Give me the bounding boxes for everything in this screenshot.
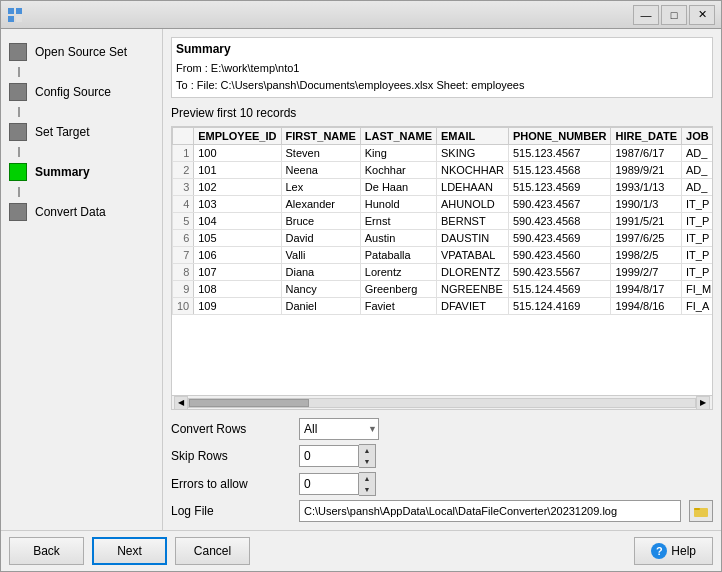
cell-email: NGREENBE: [437, 281, 509, 298]
next-button[interactable]: Next: [92, 537, 167, 565]
folder-icon: [694, 505, 708, 517]
sidebar-item-convert-data[interactable]: Convert Data: [1, 197, 162, 227]
cell-email: DLORENTZ: [437, 264, 509, 281]
cell-email: VPATABAL: [437, 247, 509, 264]
table-row: 10 109 Daniel Faviet DFAVIET 515.124.416…: [173, 298, 713, 315]
summary-icon: [9, 163, 27, 181]
cell-first-name: Lex: [281, 179, 360, 196]
svg-rect-5: [694, 508, 700, 510]
cell-last-name: Pataballa: [360, 247, 436, 264]
sidebar-item-config-source[interactable]: Config Source: [1, 77, 162, 107]
errors-up-btn[interactable]: ▲: [359, 473, 375, 484]
cancel-button[interactable]: Cancel: [175, 537, 250, 565]
col-header-email: EMAIL: [437, 128, 509, 145]
content-area: Open Source Set Config Source Set Target…: [1, 29, 721, 530]
skip-rows-input[interactable]: [299, 445, 359, 467]
row-num: 4: [173, 196, 194, 213]
cell-phone: 590.423.5567: [508, 264, 611, 281]
minimize-button[interactable]: —: [633, 5, 659, 25]
sidebar-item-summary[interactable]: Summary: [1, 157, 162, 187]
cell-emp-id: 109: [194, 298, 281, 315]
cell-hire-date: 1997/6/25: [611, 230, 682, 247]
cell-hire-date: 1989/9/21: [611, 162, 682, 179]
cell-last-name: Greenberg: [360, 281, 436, 298]
sidebar-item-open-source-set[interactable]: Open Source Set: [1, 37, 162, 67]
cell-emp-id: 105: [194, 230, 281, 247]
connector-1: [18, 67, 20, 77]
cell-last-name: Lorentz: [360, 264, 436, 281]
back-button[interactable]: Back: [9, 537, 84, 565]
cell-job: FI_A: [682, 298, 712, 315]
cell-emp-id: 104: [194, 213, 281, 230]
cell-hire-date: 1991/5/21: [611, 213, 682, 230]
bottom-bar: Back Next Cancel ? Help: [1, 530, 721, 571]
errors-spinner: ▲ ▼: [299, 472, 376, 496]
col-header-first-name: FIRST_NAME: [281, 128, 360, 145]
scroll-right-btn[interactable]: ▶: [696, 396, 710, 410]
skip-rows-down-btn[interactable]: ▼: [359, 456, 375, 467]
cell-first-name: Bruce: [281, 213, 360, 230]
help-label: Help: [671, 544, 696, 558]
cell-last-name: De Haan: [360, 179, 436, 196]
cell-last-name: Ernst: [360, 213, 436, 230]
window-controls: — □ ✕: [633, 5, 715, 25]
cell-email: NKOCHHAR: [437, 162, 509, 179]
cell-emp-id: 101: [194, 162, 281, 179]
summary-to: To : File: C:\Users\pansh\Documents\empl…: [176, 77, 708, 94]
summary-box: Summary From : E:\work\temp\nto1 To : Fi…: [171, 37, 713, 98]
errors-down-btn[interactable]: ▼: [359, 484, 375, 495]
cell-phone: 590.423.4567: [508, 196, 611, 213]
row-num: 10: [173, 298, 194, 315]
skip-rows-up-btn[interactable]: ▲: [359, 445, 375, 456]
cell-last-name: Kochhar: [360, 162, 436, 179]
help-button[interactable]: ? Help: [634, 537, 713, 565]
errors-input[interactable]: [299, 473, 359, 495]
log-file-label: Log File: [171, 504, 291, 518]
convert-rows-select-wrapper: All First N Custom ▼: [299, 418, 379, 440]
table-row: 4 103 Alexander Hunold AHUNOLD 590.423.4…: [173, 196, 713, 213]
main-window: — □ ✕ Open Source Set Config Source Set …: [0, 0, 722, 572]
errors-row: Errors to allow ▲ ▼: [171, 472, 713, 496]
h-scrollbar-thumb[interactable]: [189, 399, 309, 407]
connector-2: [18, 107, 20, 117]
horizontal-scrollbar[interactable]: ◀ ▶: [172, 395, 712, 409]
svg-rect-2: [8, 16, 14, 22]
maximize-button[interactable]: □: [661, 5, 687, 25]
cell-hire-date: 1987/6/17: [611, 145, 682, 162]
connector-4: [18, 187, 20, 197]
help-icon: ?: [651, 543, 667, 559]
cell-phone: 515.123.4567: [508, 145, 611, 162]
open-source-set-icon: [9, 43, 27, 61]
table-row: 3 102 Lex De Haan LDEHAAN 515.123.4569 1…: [173, 179, 713, 196]
cell-last-name: Hunold: [360, 196, 436, 213]
set-target-label: Set Target: [35, 125, 89, 139]
title-bar: — □ ✕: [1, 1, 721, 29]
cell-email: LDEHAAN: [437, 179, 509, 196]
log-file-input[interactable]: [299, 500, 681, 522]
table-scroll-area[interactable]: EMPLOYEE_ID FIRST_NAME LAST_NAME EMAIL P…: [172, 127, 712, 395]
col-header-hire-date: HIRE_DATE: [611, 128, 682, 145]
log-file-browse-btn[interactable]: [689, 500, 713, 522]
data-table: EMPLOYEE_ID FIRST_NAME LAST_NAME EMAIL P…: [172, 127, 712, 315]
cell-job: AD_: [682, 145, 712, 162]
sidebar-item-set-target[interactable]: Set Target: [1, 117, 162, 147]
col-header-phone: PHONE_NUMBER: [508, 128, 611, 145]
summary-title: Summary: [176, 42, 708, 56]
cell-first-name: David: [281, 230, 360, 247]
cell-first-name: Nancy: [281, 281, 360, 298]
convert-rows-select[interactable]: All First N Custom: [299, 418, 379, 440]
table-row: 8 107 Diana Lorentz DLORENTZ 590.423.556…: [173, 264, 713, 281]
h-scrollbar-track[interactable]: [188, 398, 696, 408]
scroll-left-btn[interactable]: ◀: [174, 396, 188, 410]
summary-label: Summary: [35, 165, 90, 179]
main-content: Summary From : E:\work\temp\nto1 To : Fi…: [163, 29, 721, 530]
skip-rows-spinner: ▲ ▼: [299, 444, 376, 468]
col-header-job: JOB: [682, 128, 712, 145]
row-num: 1: [173, 145, 194, 162]
close-button[interactable]: ✕: [689, 5, 715, 25]
summary-from: From : E:\work\temp\nto1: [176, 60, 708, 77]
col-header-employee-id: EMPLOYEE_ID: [194, 128, 281, 145]
cell-emp-id: 106: [194, 247, 281, 264]
cell-emp-id: 100: [194, 145, 281, 162]
cell-job: IT_P: [682, 230, 712, 247]
